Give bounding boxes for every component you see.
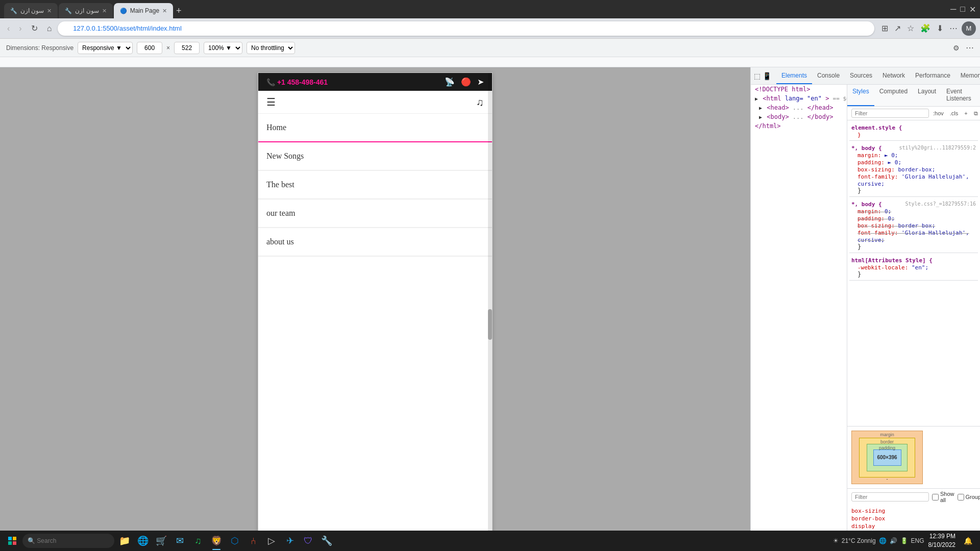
back-button[interactable]: ‹ — [4, 22, 13, 35]
tab3-close[interactable]: ✕ — [162, 8, 167, 14]
profile-avatar[interactable]: M — [962, 21, 976, 36]
head-line[interactable]: ▶ <head> ... </head> — [751, 103, 847, 112]
width-input[interactable] — [137, 42, 162, 54]
html-attr-selector[interactable]: html[Attributes Style] { — [851, 257, 976, 264]
html-line[interactable]: ▶ <html lang= "en" > == $0 — [751, 94, 847, 103]
computed-filter-input[interactable] — [851, 492, 929, 502]
taskbar-icon-store[interactable]: 🛒 — [153, 533, 169, 549]
add-style-button[interactable]: + — [962, 109, 969, 117]
tab1-close[interactable]: ✕ — [47, 8, 52, 14]
device-settings-button[interactable]: ⚙ — [953, 44, 960, 52]
start-button[interactable] — [4, 533, 20, 549]
menu-item-about-us[interactable]: about us — [258, 228, 492, 257]
menu-item-home[interactable]: Home — [258, 114, 492, 142]
scrollbar[interactable] — [488, 73, 492, 545]
tab-sources[interactable]: Sources — [845, 68, 877, 84]
extensions-button[interactable]: 🧩 — [918, 21, 933, 35]
minimize-button[interactable]: ─ — [950, 5, 956, 14]
body-rule-2-selector[interactable]: *, body { — [851, 201, 882, 208]
close-button[interactable]: ✕ — [969, 5, 976, 14]
taskbar-search-input[interactable] — [22, 534, 114, 548]
star-button[interactable]: ☆ — [905, 21, 916, 35]
group-checkbox-input[interactable] — [958, 494, 964, 500]
browser-tab-3[interactable]: 🔵 Main Page ✕ — [114, 3, 173, 18]
element-style-selector[interactable]: element.style { — [851, 124, 976, 131]
dimensions-select[interactable]: Responsive ▼ — [78, 42, 133, 54]
devtools-more-button[interactable]: ⋯ — [966, 43, 974, 53]
battery-icon[interactable]: 🔋 — [900, 537, 908, 544]
devtools-inspect-button[interactable]: ⬚ — [754, 72, 761, 80]
body-triangle[interactable]: ▶ — [759, 114, 762, 120]
doctype-line[interactable]: <!DOCTYPE html> — [751, 85, 847, 94]
hamburger-icon[interactable]: ☰ — [266, 96, 276, 108]
address-input[interactable] — [58, 21, 874, 36]
taskbar-icon-git[interactable]: ⑃ — [245, 533, 261, 549]
styles-tab-event-listeners[interactable]: Event Listeners — [941, 85, 976, 106]
cls-filter-button[interactable]: .cls — [948, 109, 961, 117]
body-rule-1-source[interactable]: stily%20gri...118279559:2 — [899, 145, 976, 152]
tab2-close[interactable]: ✕ — [102, 8, 107, 14]
telegram-icon[interactable]: ➤ — [477, 77, 484, 87]
show-all-checkbox[interactable]: Show all — [932, 491, 954, 503]
menu-item-our-team[interactable]: our team — [258, 199, 492, 228]
devtools-device-button[interactable]: 📱 — [763, 72, 771, 80]
styles-tab-dom-breakpoints[interactable]: DOM Breakpoints — [976, 85, 980, 106]
taskbar-icon-brave[interactable]: 🦁 — [208, 533, 225, 549]
taskbar-icon-terminal[interactable]: ▷ — [263, 533, 280, 549]
rss-icon[interactable]: 📡 — [445, 77, 455, 87]
taskbar-icon-vscode[interactable]: ⬡ — [227, 533, 243, 549]
tab-console[interactable]: Console — [812, 68, 845, 84]
hov-filter-button[interactable]: :hov — [931, 109, 946, 117]
height-input[interactable] — [174, 42, 200, 54]
taskbar-icon-shield[interactable]: 🛡 — [300, 533, 316, 549]
maximize-button[interactable]: □ — [960, 5, 965, 14]
tab-memory[interactable]: Memory — [955, 68, 980, 84]
volume-icon[interactable]: 🔊 — [890, 537, 897, 544]
styles-tab-computed[interactable]: Computed — [874, 85, 913, 106]
taskbar-icon-tools[interactable]: 🔧 — [318, 533, 335, 549]
taskbar-icon-spotify[interactable]: ♫ — [190, 533, 206, 549]
body-rule-2-source[interactable]: Style.css?_=18279557:16 — [905, 201, 976, 208]
reload-button[interactable]: ↻ — [28, 21, 41, 35]
taskbar-clock[interactable]: 12:39 PM 8/10/2022 — [928, 532, 955, 549]
tab-performance[interactable]: Performance — [910, 68, 955, 84]
downloads-button[interactable]: ⬇ — [935, 21, 945, 35]
html-close-line[interactable]: </html> — [751, 121, 847, 131]
styles-sub-tabs: Styles Computed Layout Event Listeners D… — [847, 85, 980, 107]
taskbar-icon-explorer[interactable]: 📁 — [116, 533, 133, 549]
notification-button[interactable]: 🔔 — [960, 533, 976, 549]
taskbar-icon-mail[interactable]: ✉ — [172, 533, 188, 549]
menu-item-best[interactable]: The best — [258, 171, 492, 199]
menu-item-new-songs[interactable]: New Songs — [258, 142, 492, 171]
instagram-icon[interactable]: 🔴 — [461, 77, 471, 87]
music-icon[interactable]: ♫ — [476, 96, 484, 108]
browser-tab-1[interactable]: 🔧 سون ازن ✕ — [4, 3, 58, 18]
show-all-checkbox-input[interactable] — [932, 494, 939, 500]
screen-reader-button[interactable]: ⊞ — [879, 21, 890, 35]
browser-tab-2[interactable]: 🔧 سون ازن ✕ — [59, 3, 112, 18]
styles-filter-input[interactable] — [851, 109, 929, 118]
share-button[interactable]: ↗ — [892, 21, 903, 35]
tab-elements[interactable]: Elements — [776, 68, 812, 84]
font-key-2: font-family: — [857, 230, 901, 236]
scrollbar-thumb[interactable] — [488, 309, 492, 340]
body-line[interactable]: ▶ <body> ... </body> — [751, 112, 847, 121]
zoom-select[interactable]: 100% ▼ — [204, 42, 242, 54]
forward-button[interactable]: › — [16, 22, 24, 35]
copy-style-button[interactable]: ⧉ — [972, 109, 980, 118]
throttle-select[interactable]: No throttling — [247, 42, 295, 54]
tab-network[interactable]: Network — [877, 68, 910, 84]
home-button[interactable]: ⌂ — [44, 22, 55, 35]
styles-tab-styles[interactable]: Styles — [847, 85, 874, 106]
taskbar-icon-telegram[interactable]: ✈ — [282, 533, 298, 549]
html-triangle[interactable]: ▶ — [755, 96, 758, 102]
new-tab-button[interactable]: + — [174, 4, 184, 18]
network-icon[interactable]: 🌐 — [879, 537, 887, 544]
styles-tab-layout[interactable]: Layout — [913, 85, 941, 106]
taskbar-icon-edge[interactable]: 🌐 — [135, 533, 151, 549]
prop-boxsizing-name: box-sizing — [851, 508, 885, 514]
head-triangle[interactable]: ▶ — [759, 105, 762, 111]
body-rule-1-selector[interactable]: *, body { — [851, 145, 882, 152]
group-checkbox[interactable]: Group — [958, 494, 980, 500]
more-button[interactable]: ⋯ — [947, 21, 960, 35]
